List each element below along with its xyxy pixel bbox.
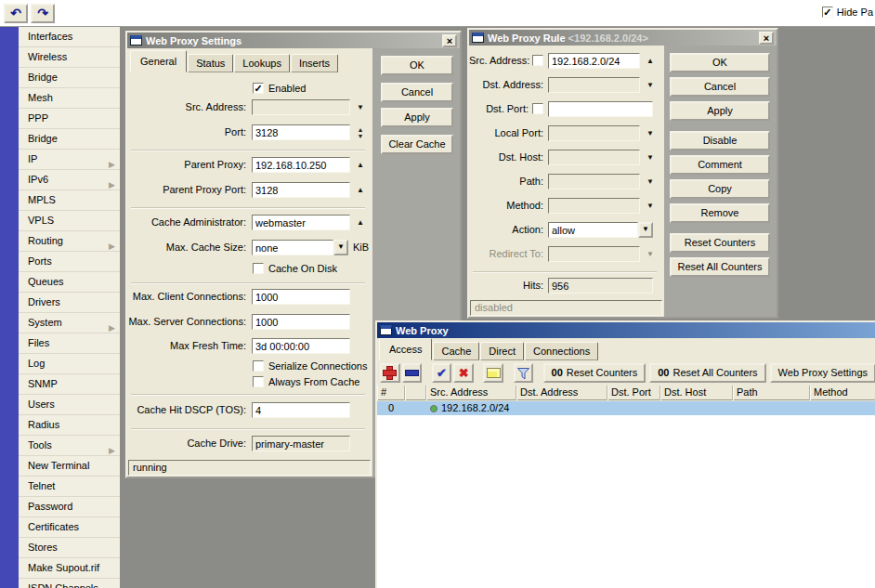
- sidebar-item-snmp[interactable]: SNMP: [19, 374, 120, 395]
- column-header-method[interactable]: Method: [810, 385, 875, 400]
- column-header-path[interactable]: Path: [733, 385, 810, 400]
- column-header-flags[interactable]: [405, 385, 426, 400]
- rule-dst-port-input[interactable]: [548, 101, 653, 117]
- sidebar-item-wireless[interactable]: Wireless: [19, 47, 120, 68]
- cache-on-disk-checkbox[interactable]: [253, 263, 264, 274]
- sidebar-item-radius[interactable]: Radius: [19, 415, 120, 436]
- rule-reset-counters-button[interactable]: Reset Counters: [670, 233, 770, 253]
- settings-titlebar[interactable]: Web Proxy Settings ×: [127, 33, 460, 48]
- sidebar-item-ipv6[interactable]: IPv6▶: [19, 170, 120, 190]
- sidebar-item-telnet[interactable]: Telnet: [19, 477, 120, 497]
- cache-administrator-input[interactable]: [252, 215, 350, 230]
- combo-dropdown-button[interactable]: ▼: [638, 222, 653, 238]
- rule-close-button[interactable]: ×: [759, 32, 774, 45]
- max-cache-size-input[interactable]: [252, 240, 333, 255]
- enable-rule-button[interactable]: ✔: [432, 363, 452, 383]
- port-input[interactable]: [252, 124, 350, 140]
- rule-comment-button[interactable]: Comment: [670, 155, 770, 175]
- apply-button[interactable]: Apply: [381, 108, 453, 127]
- combo-dropdown-button[interactable]: ▼: [333, 240, 348, 255]
- rule-method-input[interactable]: [548, 198, 640, 214]
- tab-direct[interactable]: Direct: [480, 342, 524, 360]
- max-client-connections-input[interactable]: [252, 289, 350, 305]
- rule-src-address-input[interactable]: [548, 53, 640, 69]
- web-proxy-settings-button[interactable]: Web Proxy Settings: [770, 363, 875, 383]
- ok-button[interactable]: OK: [381, 56, 453, 75]
- spinner-icon[interactable]: ▲▼: [354, 126, 367, 139]
- sidebar-item-tools[interactable]: Tools▶: [19, 436, 120, 456]
- rule-disable-button[interactable]: Disable: [670, 131, 770, 150]
- clear-cache-button[interactable]: Clear Cache: [381, 135, 453, 154]
- sidebar-item-log[interactable]: Log: [19, 354, 120, 374]
- tab-cache[interactable]: Cache: [433, 342, 479, 360]
- rule-dst-address-input[interactable]: [548, 77, 640, 93]
- up-arrow-icon[interactable]: ▲: [354, 186, 367, 194]
- undo-button[interactable]: ↶: [4, 4, 28, 23]
- column-header-dst-host[interactable]: Dst. Host: [660, 385, 733, 400]
- sidebar-item-system[interactable]: System▶: [19, 313, 120, 333]
- disable-rule-button[interactable]: ✖: [453, 363, 474, 383]
- src-address-input[interactable]: [252, 99, 350, 115]
- rule-remove-button[interactable]: Remove: [670, 203, 770, 223]
- add-rule-button[interactable]: [380, 363, 400, 383]
- up-arrow-icon[interactable]: ▲: [354, 218, 367, 227]
- column-header-number[interactable]: #: [377, 385, 405, 400]
- rule-path-input[interactable]: [548, 174, 640, 189]
- table-row[interactable]: 0 192.168.2.0/24: [377, 401, 875, 415]
- always-from-cache-checkbox[interactable]: [253, 376, 264, 387]
- rule-reset-all-counters-button[interactable]: Reset All Counters: [670, 257, 770, 277]
- tab-connections[interactable]: Connections: [525, 342, 598, 360]
- parent-proxy-input[interactable]: [252, 157, 350, 173]
- redo-button[interactable]: ↷: [31, 4, 55, 23]
- cancel-button[interactable]: Cancel: [381, 83, 453, 102]
- cache-drive-input[interactable]: [252, 436, 350, 451]
- parent-proxy-port-input[interactable]: [252, 182, 350, 198]
- sidebar-item-ip[interactable]: IP▶: [19, 150, 120, 170]
- up-arrow-icon[interactable]: ▲: [354, 161, 367, 169]
- sidebar-item-make-supout[interactable]: Make Supout.rif: [19, 558, 120, 579]
- sidebar-item-vpls[interactable]: VPLS: [19, 211, 120, 231]
- up-arrow-icon[interactable]: ▲: [644, 57, 657, 65]
- column-header-dst-port[interactable]: Dst. Port: [607, 385, 660, 400]
- sidebar-item-new-terminal[interactable]: New Terminal: [19, 456, 120, 477]
- sidebar-item-interfaces[interactable]: Interfaces: [19, 27, 120, 47]
- sidebar-item-ports[interactable]: Ports: [19, 252, 120, 272]
- column-header-src-address[interactable]: Src. Address: [426, 385, 516, 400]
- settings-close-button[interactable]: ×: [442, 34, 457, 47]
- dropdown-arrow-icon[interactable]: ▼: [644, 202, 657, 210]
- rule-cancel-button[interactable]: Cancel: [670, 77, 770, 97]
- max-fresh-time-input[interactable]: [252, 338, 350, 354]
- sidebar-item-bridge-2[interactable]: Bridge: [19, 129, 120, 150]
- tab-lookups[interactable]: Lookups: [234, 54, 290, 72]
- dropdown-arrow-icon[interactable]: ▼: [644, 81, 657, 89]
- sidebar-item-certificates[interactable]: Certificates: [19, 517, 120, 538]
- comment-button[interactable]: [483, 363, 503, 383]
- tab-access[interactable]: Access: [379, 338, 432, 360]
- enabled-checkbox[interactable]: ✓: [253, 83, 264, 94]
- rule-redirect-to-input[interactable]: [548, 246, 640, 262]
- rule-titlebar[interactable]: Web Proxy Rule <192.168.2.0/24> ×: [469, 30, 777, 46]
- rule-copy-button[interactable]: Copy: [670, 179, 770, 199]
- filter-button[interactable]: [514, 363, 534, 383]
- sidebar-item-password[interactable]: Password: [19, 497, 120, 517]
- reset-all-counters-button[interactable]: 00Reset All Counters: [649, 363, 765, 383]
- rule-dst-port-checkbox[interactable]: [532, 103, 543, 114]
- rule-src-address-checkbox[interactable]: [532, 55, 543, 66]
- rule-ok-button[interactable]: OK: [670, 53, 770, 72]
- serialize-connections-checkbox[interactable]: [253, 360, 264, 372]
- tab-inserts[interactable]: Inserts: [291, 54, 338, 72]
- rule-dst-host-input[interactable]: [548, 150, 640, 165]
- sidebar-item-stores[interactable]: Stores: [19, 538, 120, 558]
- column-header-dst-address[interactable]: Dst. Address: [516, 385, 607, 400]
- sidebar-item-files[interactable]: Files: [19, 333, 120, 354]
- tab-general[interactable]: General: [130, 50, 187, 72]
- sidebar-item-mpls[interactable]: MPLS: [19, 190, 120, 211]
- sidebar-item-bridge[interactable]: Bridge: [19, 68, 120, 88]
- dropdown-arrow-icon[interactable]: ▼: [644, 153, 657, 162]
- sidebar-item-isdn-channels[interactable]: ISDN Channels: [19, 579, 120, 588]
- hide-passwords-checkbox[interactable]: ✓: [822, 7, 833, 18]
- cache-hit-dscp-input[interactable]: [252, 402, 350, 418]
- sidebar-item-mesh[interactable]: Mesh: [19, 88, 120, 109]
- sidebar-item-queues[interactable]: Queues: [19, 272, 120, 293]
- rule-apply-button[interactable]: Apply: [670, 101, 770, 121]
